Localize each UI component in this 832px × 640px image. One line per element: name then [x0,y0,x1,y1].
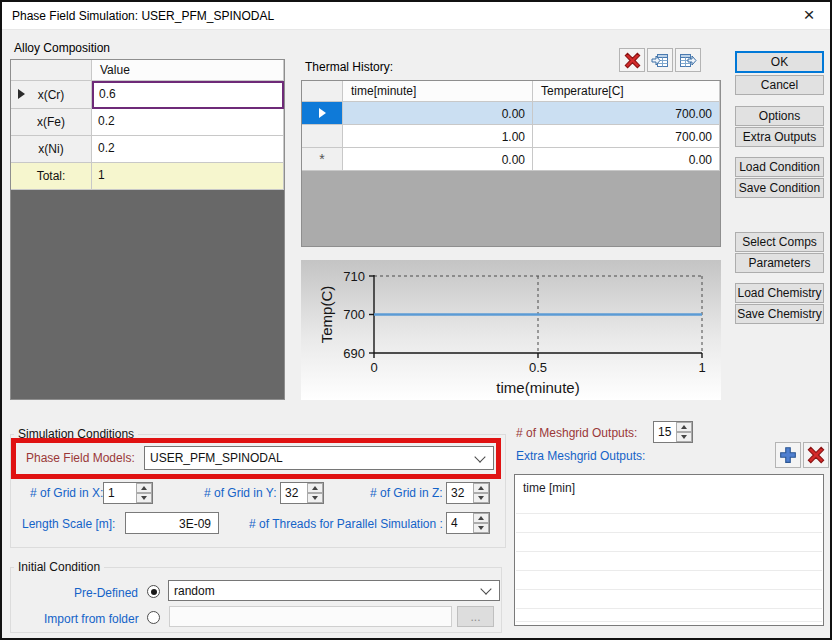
thermal-temp-cell[interactable]: 0.00 [533,148,720,171]
alloy-row-header[interactable]: x(Fe) [11,109,92,136]
alloy-total-label: Total: [11,163,92,190]
length-scale-input[interactable]: 3E-09 [125,512,219,534]
alloy-total-row: Total: 1 [11,163,284,190]
parameters-button[interactable]: Parameters [735,253,824,273]
alloy-value-cell-cr[interactable]: 0.6 [92,81,284,109]
add-output-button[interactable] [775,442,801,468]
phase-field-simulation-dialog: Phase Field Simulation: USER_PFM_SPINODA… [0,0,832,640]
meshgrid-spin-up[interactable] [676,422,692,432]
alloy-composition-label: Alloy Composition [14,41,110,55]
alloy-total-value: 1 [92,163,284,190]
alloy-header-row: Value [11,60,284,81]
save-condition-button[interactable]: Save Condition [735,178,824,198]
grid-x-spin-down[interactable] [136,493,152,503]
thermal-history-table: time[minute] Temperature[C] 0.00 700.00 … [301,80,721,247]
grid-z-label: # of Grid in Z: [370,486,443,500]
import-table-button[interactable] [647,48,673,72]
red-x-icon [807,446,825,464]
meshgrid-spin-down[interactable] [676,432,692,442]
grid-y-value: 32 [281,483,307,503]
svg-text:time(minute): time(minute) [496,379,579,396]
extra-outputs-button[interactable]: Extra Outputs [735,127,824,147]
alloy-composition-table: Value x(Cr) 0.6 x(Fe) 0.2 x(Ni) 0.2 Tota… [10,59,285,400]
remove-output-button[interactable] [803,442,829,468]
table-row-selected: 0.00 700.00 [302,102,720,125]
red-x-icon [624,52,641,69]
meshgrid-outputs-spinner[interactable]: 15 [653,421,693,443]
grid-x-spinner[interactable]: 1 [103,482,153,504]
import-from-folder-radio[interactable] [147,611,160,624]
initial-condition-label: Initial Condition [14,560,104,574]
ok-button[interactable]: OK [735,51,824,73]
alloy-row-header[interactable]: x(Ni) [11,136,92,163]
alloy-row-name: x(Cr) [38,88,65,102]
alloy-row-name: x(Ni) [38,142,63,156]
temperature-vs-time-plot: 69070071000.51time(minute)Temp(C) [301,260,721,400]
threads-spinner[interactable]: 4 [446,512,490,534]
alloy-row-header[interactable]: x(Cr) [11,81,92,109]
delete-row-button[interactable] [619,48,645,72]
threads-spin-up[interactable] [473,513,489,523]
threads-value: 4 [447,513,473,533]
extra-meshgrid-outputs-list[interactable]: time [min] [514,474,824,626]
alloy-value-cell-ni[interactable]: 0.2 [92,136,284,163]
list-row-divider [516,532,822,533]
thermal-column-time[interactable]: time[minute] [343,81,533,102]
table-row: 1.00 700.00 [302,125,720,148]
threads-label: # of Threads for Parallel Simulation : [249,517,443,531]
pre-defined-value: random [169,584,482,598]
grid-z-spinner[interactable]: 32 [446,482,490,504]
thermal-time-cell[interactable]: 1.00 [343,125,533,148]
alloy-value-cell-fe[interactable]: 0.2 [92,109,284,136]
window-title: Phase Field Simulation: USER_PFM_SPINODA… [12,9,274,23]
thermal-column-temperature[interactable]: Temperature[C] [533,81,720,102]
list-row-divider [516,589,822,590]
save-chemistry-button[interactable]: Save Chemistry [735,304,824,324]
thermal-row-header[interactable] [302,125,343,148]
svg-text:0: 0 [370,360,377,375]
table-row-new: * 0.00 0.00 [302,148,720,171]
list-item[interactable]: time [min] [523,481,575,495]
export-table-button[interactable] [675,48,701,72]
grid-x-spin-up[interactable] [136,483,152,493]
import-from-folder-label: Import from folder [44,612,139,626]
grid-y-spin-down[interactable] [307,493,323,503]
thermal-temp-cell[interactable]: 700.00 [533,102,720,125]
grid-y-spin-up[interactable] [307,483,323,493]
title-bar: Phase Field Simulation: USER_PFM_SPINODA… [2,2,830,30]
svg-text:Temp(C): Temp(C) [318,286,335,344]
length-scale-label: Length Scale [m]: [22,517,115,531]
alloy-column-header-value[interactable]: Value [92,60,284,81]
radio-dot [151,589,157,595]
svg-text:0.5: 0.5 [529,360,547,375]
import-table-icon [651,53,669,68]
extra-meshgrid-outputs-label: Extra Meshgrid Outputs: [516,449,645,463]
import-path-input[interactable] [169,606,452,627]
alloy-corner-cell [11,60,92,81]
options-button[interactable]: Options [735,106,824,126]
phase-field-models-label: Phase Field Models: [26,451,135,465]
grid-z-spin-down[interactable] [473,493,489,503]
grid-y-spinner[interactable]: 32 [280,482,324,504]
current-row-marker-icon [319,108,326,118]
close-icon[interactable]: × [798,3,820,27]
table-row: x(Fe) 0.2 [11,109,284,136]
browse-button[interactable]: ... [457,606,494,627]
load-condition-button[interactable]: Load Condition [735,157,824,177]
list-row-divider [516,608,822,609]
thermal-time-cell[interactable]: 0.00 [343,148,533,171]
thermal-temp-cell[interactable]: 700.00 [533,125,720,148]
select-comps-button[interactable]: Select Comps [735,232,824,252]
new-row-marker[interactable]: * [302,148,343,171]
cancel-button[interactable]: Cancel [735,75,824,95]
pre-defined-radio[interactable] [147,585,160,598]
thermal-time-cell[interactable]: 0.00 [343,102,533,125]
load-chemistry-button[interactable]: Load Chemistry [735,283,824,303]
threads-spin-down[interactable] [473,523,489,533]
export-table-icon [679,53,697,68]
phase-field-models-combo[interactable]: USER_PFM_SPINODAL [144,446,494,470]
meshgrid-outputs-value: 15 [654,422,676,442]
grid-z-spin-up[interactable] [473,483,489,493]
pre-defined-combo[interactable]: random [168,580,500,601]
thermal-row-header-current[interactable] [302,102,343,125]
